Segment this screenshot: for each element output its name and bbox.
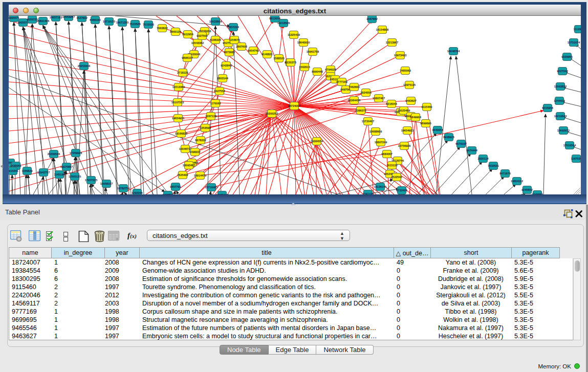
svg-text:9055723: 9055723 <box>27 18 37 21</box>
svg-text:1527602: 1527602 <box>76 16 87 19</box>
svg-text:1154676: 1154676 <box>229 38 239 41</box>
svg-text:2935114: 2935114 <box>477 157 489 160</box>
svg-text:12213369: 12213369 <box>172 85 185 89</box>
svg-text:1733426: 1733426 <box>396 189 407 192</box>
svg-text:7857224: 7857224 <box>228 26 239 29</box>
svg-text:1498222: 1498222 <box>189 150 200 154</box>
svg-text:7663822: 7663822 <box>157 27 167 30</box>
svg-text:8215958: 8215958 <box>542 106 553 110</box>
svg-text:10756928: 10756928 <box>398 144 410 147</box>
svg-text:1849904: 1849904 <box>410 116 421 119</box>
svg-text:1167534: 1167534 <box>571 157 581 160</box>
svg-text:8220373: 8220373 <box>285 61 296 64</box>
svg-text:1145194: 1145194 <box>54 173 65 176</box>
svg-text:12093832: 12093832 <box>554 85 567 88</box>
svg-text:12505135: 12505135 <box>69 175 81 178</box>
svg-text:8660124: 8660124 <box>170 30 181 33</box>
svg-text:20206536: 20206536 <box>48 152 60 156</box>
svg-text:9899695: 9899695 <box>420 122 431 125</box>
svg-text:20891406: 20891406 <box>37 19 49 23</box>
svg-text:1615132: 1615132 <box>386 164 397 167</box>
svg-text:12923448: 12923448 <box>216 193 228 194</box>
svg-text:3873685: 3873685 <box>224 51 234 54</box>
svg-text:11325419: 11325419 <box>288 33 300 36</box>
svg-text:8990448: 8990448 <box>312 70 322 73</box>
svg-text:7625402: 7625402 <box>177 173 188 177</box>
svg-text:10807467: 10807467 <box>373 97 385 100</box>
svg-text:15720407: 15720407 <box>362 120 374 123</box>
svg-text:7515526: 7515526 <box>143 23 154 26</box>
svg-text:15692971: 15692971 <box>557 129 570 132</box>
svg-text:1244419: 1244419 <box>554 99 564 102</box>
svg-text:16782759: 16782759 <box>117 187 129 190</box>
svg-text:17016504: 17016504 <box>563 144 576 147</box>
svg-text:19654923: 19654923 <box>401 129 413 132</box>
svg-text:9115460: 9115460 <box>421 105 432 108</box>
svg-text:1588520: 1588520 <box>273 57 284 60</box>
svg-text:16107553: 16107553 <box>171 101 184 104</box>
svg-text:12975115: 12975115 <box>403 83 416 86</box>
svg-text:9242848: 9242848 <box>221 64 231 67</box>
svg-text:9777169: 9777169 <box>336 80 347 83</box>
svg-text:16961758: 16961758 <box>307 50 319 53</box>
svg-text:19166825: 19166825 <box>175 132 187 135</box>
svg-text:12213967: 12213967 <box>386 41 398 44</box>
svg-text:15716485: 15716485 <box>205 186 217 189</box>
svg-text:9457790: 9457790 <box>162 193 173 194</box>
svg-text:1741108: 1741108 <box>362 192 373 194</box>
svg-text:9245652: 9245652 <box>521 188 532 191</box>
svg-text:14057193: 14057193 <box>50 16 62 19</box>
svg-text:17957225: 17957225 <box>85 179 97 182</box>
svg-text:1156829: 1156829 <box>21 169 32 172</box>
svg-text:14136141: 14136141 <box>374 185 386 188</box>
svg-text:8471676: 8471676 <box>499 172 510 175</box>
svg-text:9474444: 9474444 <box>466 149 477 152</box>
svg-text:18640910: 18640910 <box>297 41 310 44</box>
svg-text:8427552: 8427552 <box>214 90 225 93</box>
svg-text:1905572: 1905572 <box>17 21 28 24</box>
svg-text:10033809: 10033809 <box>209 20 222 23</box>
svg-text:6466160: 6466160 <box>90 18 100 21</box>
svg-text:9245653: 9245653 <box>532 193 542 194</box>
svg-text:6679197: 6679197 <box>455 142 466 145</box>
svg-text:6216044: 6216044 <box>386 102 397 105</box>
svg-text:7386372: 7386372 <box>355 109 366 112</box>
svg-text:3267130: 3267130 <box>205 115 216 118</box>
svg-text:19654931: 19654931 <box>172 117 184 120</box>
svg-text:18807249: 18807249 <box>375 141 387 144</box>
svg-text:16154808: 16154808 <box>376 28 388 31</box>
svg-text:8186326: 8186326 <box>210 38 221 41</box>
svg-text:20364436: 20364436 <box>348 99 360 102</box>
svg-text:7632621: 7632621 <box>488 164 498 167</box>
svg-text:9327500: 9327500 <box>197 34 207 37</box>
svg-text:9227342: 9227342 <box>557 70 568 73</box>
svg-text:7462660: 7462660 <box>349 85 359 89</box>
svg-text:7485063: 7485063 <box>400 69 410 72</box>
svg-text:7515526: 7515526 <box>129 23 140 26</box>
svg-text:2718126: 2718126 <box>177 71 188 74</box>
svg-text:15751074: 15751074 <box>568 41 580 44</box>
svg-text:9463627: 9463627 <box>405 99 416 102</box>
svg-text:8454749: 8454749 <box>248 49 258 52</box>
svg-text:19975867: 19975867 <box>60 165 73 168</box>
svg-text:1170063: 1170063 <box>210 102 221 105</box>
svg-text:18093467: 18093467 <box>183 164 195 167</box>
svg-text:19384554: 19384554 <box>311 140 323 143</box>
svg-text:10973493: 10973493 <box>394 54 406 57</box>
svg-text:16648784: 16648784 <box>447 50 460 53</box>
svg-text:18724007: 18724007 <box>288 104 300 107</box>
svg-text:1640954: 1640954 <box>432 128 443 132</box>
svg-text:9329965: 9329965 <box>561 55 572 58</box>
svg-text:8678332: 8678332 <box>195 139 206 142</box>
svg-text:10654112: 10654112 <box>511 180 523 183</box>
svg-text:8813054: 8813054 <box>269 17 280 20</box>
svg-text:2087682: 2087682 <box>366 17 377 20</box>
svg-text:1112985: 1112985 <box>574 28 581 31</box>
svg-text:25300253: 25300253 <box>266 112 278 115</box>
svg-text:1905571: 1905571 <box>9 16 19 19</box>
svg-text:2522540: 2522540 <box>391 176 402 179</box>
svg-text:1824554: 1824554 <box>360 91 372 94</box>
svg-text:17359928: 17359928 <box>70 151 82 155</box>
svg-text:2867608: 2867608 <box>236 45 247 48</box>
svg-text:6794028: 6794028 <box>325 68 336 71</box>
